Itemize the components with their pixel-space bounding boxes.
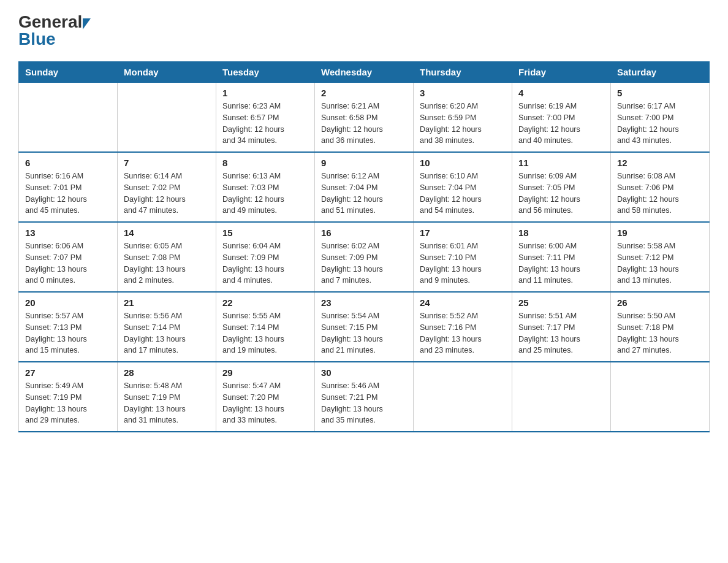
day-number: 19 <box>617 228 703 238</box>
calendar-cell: 29Sunrise: 5:47 AMSunset: 7:20 PMDayligh… <box>216 362 315 432</box>
day-info: Sunrise: 6:23 AMSunset: 6:57 PMDaylight:… <box>222 101 308 147</box>
day-number: 1 <box>222 88 308 98</box>
day-number: 26 <box>617 297 703 308</box>
calendar-cell: 8Sunrise: 6:13 AMSunset: 7:03 PMDaylight… <box>216 152 315 222</box>
day-number: 5 <box>617 88 703 98</box>
day-info: Sunrise: 5:52 AMSunset: 7:16 PMDaylight:… <box>420 310 506 356</box>
day-info: Sunrise: 5:58 AMSunset: 7:12 PMDaylight:… <box>617 240 703 286</box>
day-number: 21 <box>124 297 210 308</box>
day-info: Sunrise: 6:01 AMSunset: 7:10 PMDaylight:… <box>420 240 506 286</box>
calendar-cell: 9Sunrise: 6:12 AMSunset: 7:04 PMDaylight… <box>315 152 414 222</box>
logo: General Blue <box>18 12 91 49</box>
calendar-cell: 24Sunrise: 5:52 AMSunset: 7:16 PMDayligh… <box>414 292 512 362</box>
day-number: 22 <box>222 297 308 308</box>
day-info: Sunrise: 5:57 AMSunset: 7:13 PMDaylight:… <box>25 310 111 356</box>
calendar-week-row: 1Sunrise: 6:23 AMSunset: 6:57 PMDaylight… <box>19 83 710 153</box>
day-number: 15 <box>222 228 308 238</box>
calendar-week-row: 6Sunrise: 6:16 AMSunset: 7:01 PMDaylight… <box>19 152 710 222</box>
calendar-cell: 2Sunrise: 6:21 AMSunset: 6:58 PMDaylight… <box>315 83 414 153</box>
weekday-header-saturday: Saturday <box>611 62 710 83</box>
day-number: 29 <box>222 367 308 378</box>
calendar-cell: 22Sunrise: 5:55 AMSunset: 7:14 PMDayligh… <box>216 292 315 362</box>
calendar-week-row: 27Sunrise: 5:49 AMSunset: 7:19 PMDayligh… <box>19 362 710 432</box>
day-number: 30 <box>321 367 407 378</box>
day-number: 28 <box>124 367 210 378</box>
day-number: 16 <box>321 228 407 238</box>
calendar-cell: 25Sunrise: 5:51 AMSunset: 7:17 PMDayligh… <box>512 292 611 362</box>
calendar-cell: 19Sunrise: 5:58 AMSunset: 7:12 PMDayligh… <box>611 222 710 292</box>
day-info: Sunrise: 6:21 AMSunset: 6:58 PMDaylight:… <box>321 101 407 147</box>
calendar-cell: 14Sunrise: 6:05 AMSunset: 7:08 PMDayligh… <box>118 222 216 292</box>
day-info: Sunrise: 6:06 AMSunset: 7:07 PMDaylight:… <box>25 240 111 286</box>
calendar-cell: 1Sunrise: 6:23 AMSunset: 6:57 PMDaylight… <box>216 83 315 153</box>
logo-arrow-icon <box>83 18 91 29</box>
day-number: 18 <box>518 228 604 238</box>
logo-bottom-row: Blue <box>18 29 56 49</box>
day-info: Sunrise: 6:09 AMSunset: 7:05 PMDaylight:… <box>518 170 604 216</box>
day-info: Sunrise: 6:10 AMSunset: 7:04 PMDaylight:… <box>420 170 506 216</box>
day-number: 3 <box>420 88 506 98</box>
day-number: 14 <box>124 228 210 238</box>
calendar-cell: 18Sunrise: 6:00 AMSunset: 7:11 PMDayligh… <box>512 222 611 292</box>
day-number: 17 <box>420 228 506 238</box>
calendar-cell: 17Sunrise: 6:01 AMSunset: 7:10 PMDayligh… <box>414 222 512 292</box>
calendar-cell: 21Sunrise: 5:56 AMSunset: 7:14 PMDayligh… <box>118 292 216 362</box>
weekday-header-thursday: Thursday <box>414 62 512 83</box>
calendar-cell: 5Sunrise: 6:17 AMSunset: 7:00 PMDaylight… <box>611 83 710 153</box>
calendar-cell: 6Sunrise: 6:16 AMSunset: 7:01 PMDaylight… <box>19 152 118 222</box>
day-number: 9 <box>321 158 407 168</box>
day-number: 11 <box>518 158 604 168</box>
calendar-cell: 12Sunrise: 6:08 AMSunset: 7:06 PMDayligh… <box>611 152 710 222</box>
day-info: Sunrise: 6:08 AMSunset: 7:06 PMDaylight:… <box>617 170 703 216</box>
day-info: Sunrise: 5:56 AMSunset: 7:14 PMDaylight:… <box>124 310 210 356</box>
day-number: 13 <box>25 228 111 238</box>
calendar-cell: 26Sunrise: 5:50 AMSunset: 7:18 PMDayligh… <box>611 292 710 362</box>
day-number: 10 <box>420 158 506 168</box>
day-info: Sunrise: 5:48 AMSunset: 7:19 PMDaylight:… <box>124 380 210 426</box>
weekday-header-monday: Monday <box>118 62 216 83</box>
calendar-cell: 15Sunrise: 6:04 AMSunset: 7:09 PMDayligh… <box>216 222 315 292</box>
weekday-header-tuesday: Tuesday <box>216 62 315 83</box>
day-number: 27 <box>25 367 111 378</box>
day-info: Sunrise: 5:49 AMSunset: 7:19 PMDaylight:… <box>25 380 111 426</box>
calendar-cell: 3Sunrise: 6:20 AMSunset: 6:59 PMDaylight… <box>414 83 512 153</box>
day-info: Sunrise: 6:17 AMSunset: 7:00 PMDaylight:… <box>617 101 703 147</box>
calendar-cell: 20Sunrise: 5:57 AMSunset: 7:13 PMDayligh… <box>19 292 118 362</box>
day-info: Sunrise: 6:02 AMSunset: 7:09 PMDaylight:… <box>321 240 407 286</box>
day-info: Sunrise: 5:51 AMSunset: 7:17 PMDaylight:… <box>518 310 604 356</box>
day-info: Sunrise: 6:20 AMSunset: 6:59 PMDaylight:… <box>420 101 506 147</box>
day-info: Sunrise: 6:12 AMSunset: 7:04 PMDaylight:… <box>321 170 407 216</box>
calendar-cell <box>512 362 611 432</box>
day-number: 25 <box>518 297 604 308</box>
day-number: 23 <box>321 297 407 308</box>
day-info: Sunrise: 6:16 AMSunset: 7:01 PMDaylight:… <box>25 170 111 216</box>
day-number: 7 <box>124 158 210 168</box>
day-info: Sunrise: 6:04 AMSunset: 7:09 PMDaylight:… <box>222 240 308 286</box>
calendar-cell: 10Sunrise: 6:10 AMSunset: 7:04 PMDayligh… <box>414 152 512 222</box>
day-info: Sunrise: 6:14 AMSunset: 7:02 PMDaylight:… <box>124 170 210 216</box>
calendar-week-row: 20Sunrise: 5:57 AMSunset: 7:13 PMDayligh… <box>19 292 710 362</box>
calendar-cell: 27Sunrise: 5:49 AMSunset: 7:19 PMDayligh… <box>19 362 118 432</box>
day-number: 12 <box>617 158 703 168</box>
page-header: General Blue <box>18 12 710 49</box>
day-info: Sunrise: 5:46 AMSunset: 7:21 PMDaylight:… <box>321 380 407 426</box>
day-info: Sunrise: 5:50 AMSunset: 7:18 PMDaylight:… <box>617 310 703 356</box>
weekday-header-row: SundayMondayTuesdayWednesdayThursdayFrid… <box>19 62 710 83</box>
calendar-cell <box>414 362 512 432</box>
day-number: 8 <box>222 158 308 168</box>
day-number: 6 <box>25 158 111 168</box>
calendar-week-row: 13Sunrise: 6:06 AMSunset: 7:07 PMDayligh… <box>19 222 710 292</box>
weekday-header-friday: Friday <box>512 62 611 83</box>
day-number: 2 <box>321 88 407 98</box>
day-info: Sunrise: 5:47 AMSunset: 7:20 PMDaylight:… <box>222 380 308 426</box>
day-info: Sunrise: 6:05 AMSunset: 7:08 PMDaylight:… <box>124 240 210 286</box>
calendar-cell: 7Sunrise: 6:14 AMSunset: 7:02 PMDaylight… <box>118 152 216 222</box>
calendar-cell: 4Sunrise: 6:19 AMSunset: 7:00 PMDaylight… <box>512 83 611 153</box>
day-info: Sunrise: 6:19 AMSunset: 7:00 PMDaylight:… <box>518 101 604 147</box>
day-number: 24 <box>420 297 506 308</box>
day-info: Sunrise: 5:54 AMSunset: 7:15 PMDaylight:… <box>321 310 407 356</box>
calendar-cell: 11Sunrise: 6:09 AMSunset: 7:05 PMDayligh… <box>512 152 611 222</box>
calendar-cell <box>118 83 216 153</box>
calendar-cell: 16Sunrise: 6:02 AMSunset: 7:09 PMDayligh… <box>315 222 414 292</box>
day-info: Sunrise: 6:00 AMSunset: 7:11 PMDaylight:… <box>518 240 604 286</box>
